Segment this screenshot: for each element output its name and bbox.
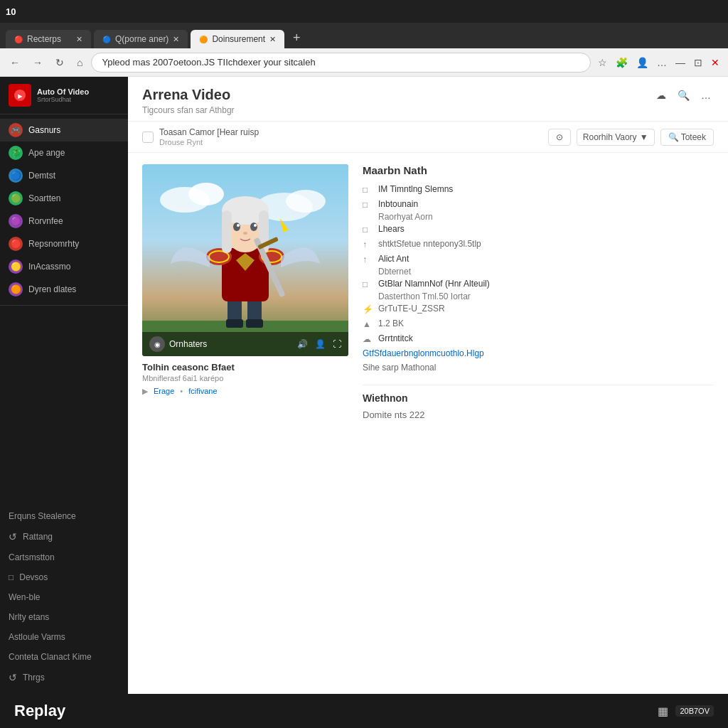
sidebar-item-demtst[interactable]: 🔵 Demtst: [0, 164, 128, 187]
video-overlay-controls: 🔊 👤 ⛶: [297, 339, 341, 349]
sidebar-icon-repsnomrhty: 🔴: [9, 237, 23, 251]
volume-icon[interactable]: 🔊: [297, 339, 308, 349]
sidebar-bottom-label-1: Rattang: [23, 532, 53, 542]
more-icon[interactable]: …: [698, 87, 714, 104]
new-tab-button[interactable]: +: [287, 28, 306, 48]
toolbar-sub-label: Drouse Rynt: [159, 138, 259, 146]
sidebar-bottom-erquns[interactable]: Erquns Stealence: [0, 506, 128, 526]
devsos-icon: □: [9, 572, 14, 582]
details-value-4: shtktSfetue nntepony3l.5tlp: [378, 239, 481, 249]
tab-recterps[interactable]: 🔴 Recterps ✕: [6, 30, 91, 48]
extensions-button[interactable]: 🧩: [613, 54, 631, 71]
details-icon-3: □: [363, 225, 374, 235]
details-value-12[interactable]: GtfSfdauerbnglonmcuothlo.Hlgp: [363, 348, 484, 358]
tab-label-0: Recterps: [27, 34, 61, 44]
tab-close-2[interactable]: ✕: [269, 35, 276, 44]
toolbar-icons: ☆ 🧩 👤 … — ⊡ ✕: [595, 54, 722, 71]
details-section2-title: Wiethnon: [363, 392, 714, 404]
back-button[interactable]: ←: [6, 54, 24, 71]
replay-time-badge: 20B7OV: [675, 705, 714, 717]
details-row-12: GtfSfdauerbnglonmcuothlo.Hlgp: [363, 346, 714, 360]
sidebar-item-apeange[interactable]: 🐉 Ape ange: [0, 141, 128, 164]
details-panel: Maarbn Nath □ IM Timntlng Slemns □ Inbto…: [363, 164, 714, 420]
fullscreen-icon[interactable]: ⛶: [333, 339, 341, 349]
details-label-11: Grrtntitck: [378, 333, 413, 343]
toolbar-dropdown[interactable]: Roorhih Vaory ▼: [577, 129, 655, 146]
forward-button[interactable]: →: [28, 54, 47, 71]
cloud-icon-2: ☁: [363, 334, 374, 344]
toolbar-search-label: Toteek: [681, 132, 706, 142]
close-button[interactable]: ✕: [708, 54, 722, 71]
sidebar-bottom-cartsmstton[interactable]: Cartsmstton: [0, 547, 128, 567]
toolbar-icon-btn-1[interactable]: ⊙: [548, 129, 571, 146]
toolbar-left: Toasan Camor [Hear ruisp Drouse Rynt: [142, 127, 542, 146]
video-tag-0[interactable]: Erage: [154, 387, 174, 396]
sidebar-bottom-label-6: Astloule Varms: [9, 632, 65, 642]
video-tag-1[interactable]: fcifivane: [188, 387, 217, 396]
details-value-9: GrTuTE-U_ZSSR: [378, 304, 445, 314]
video-thumbnail[interactable]: ◉ Ornhaters 🔊 👤 ⛶: [142, 164, 348, 356]
video-title: Tolhin ceasonc Bfaet: [142, 362, 348, 373]
minimize-button[interactable]: —: [673, 54, 688, 71]
sidebar-bottom-devsos[interactable]: □ Devsos: [0, 567, 128, 587]
video-user-info: ◉ Ornhaters: [149, 336, 207, 352]
sidebar-item-gasnurs[interactable]: 🎮 Gasnurs: [0, 119, 128, 141]
video-overlay-bar: ◉ Ornhaters 🔊 👤 ⛶: [142, 332, 348, 356]
user-icon[interactable]: 👤: [315, 339, 326, 349]
tab-doinsurement[interactable]: 🟠 Doinsurement ✕: [191, 30, 284, 48]
toolbar-checkbox[interactable]: [142, 132, 154, 143]
toolbar-search-btn[interactable]: 🔍 Toteek: [660, 129, 714, 146]
tab-label-2: Doinsurement: [212, 34, 265, 44]
refresh-button[interactable]: ↻: [51, 54, 68, 71]
sidebar-icon-apeange: 🐉: [9, 146, 23, 160]
browser-toolbar: ← → ↻ ⌂ ☆ 🧩 👤 … — ⊡ ✕: [0, 48, 728, 77]
sidebar-bottom-thrgs[interactable]: ↺ Thrgs: [0, 667, 128, 688]
sidebar-label-repsnomrhty: Repsnomrhty: [28, 239, 79, 249]
search-icon[interactable]: 🔍: [675, 87, 692, 104]
details-indent-2: Dasterthon Tml.50 Iortar: [363, 291, 714, 301]
bookmark-button[interactable]: ☆: [595, 54, 610, 71]
tab-qporne[interactable]: 🔵 Q(porne aner) ✕: [94, 30, 188, 48]
tab-close-0[interactable]: ✕: [76, 35, 82, 44]
profile-button[interactable]: 👤: [633, 54, 651, 71]
sidebar-bottom-nrltyetans[interactable]: Nrlty etans: [0, 607, 128, 627]
sidebar-icon-dyrendlates: 🟠: [9, 282, 23, 296]
details-icon-1: □: [363, 200, 374, 210]
replay-bar: Replay ▦ 20B7OV: [0, 694, 728, 728]
sidebar-bottom-conteta[interactable]: Conteta Clanact Kime: [0, 647, 128, 667]
replay-grid-icon[interactable]: ▦: [658, 705, 668, 718]
svg-point-24: [237, 224, 240, 227]
browser-titlebar: 10: [0, 0, 728, 23]
sidebar-bottom-wenble[interactable]: Wen-ble: [0, 587, 128, 607]
tag-separator: •: [180, 387, 183, 396]
titlebar-text: 10: [6, 6, 16, 17]
details-row-1: □ Inbtounain: [363, 197, 714, 212]
settings-button[interactable]: …: [654, 54, 670, 71]
sidebar-item-dyrendlates[interactable]: 🟠 Dyren dlates: [0, 278, 128, 301]
sidebar-bottom-astloulev[interactable]: Astloule Varms: [0, 627, 128, 647]
sidebar-bottom-label-8: Thrgs: [23, 673, 45, 682]
svg-point-25: [254, 224, 257, 227]
address-bar[interactable]: [91, 53, 591, 73]
home-button[interactable]: ⌂: [73, 54, 87, 71]
sidebar-bottom-label-5: Nrlty etans: [9, 612, 49, 622]
details-icon-4: ↑: [363, 240, 374, 250]
details-row-11: ☁ Grrtntitck: [363, 331, 714, 346]
sidebar-label-dyrendlates: Dyren dlates: [28, 284, 76, 294]
page-header: Arrena Video Tigcours sfan sar Athbgr ☁ …: [128, 77, 728, 122]
details-label-0: IM Timntlng Slemns: [378, 184, 453, 194]
details-indent-0: Raorhyat Aorn: [363, 212, 714, 222]
sidebar-item-repsnomrhty[interactable]: 🔴 Repsnomrhty: [0, 232, 128, 255]
toolbar-checkbox-label: Toasan Camor [Hear ruisp: [159, 127, 259, 137]
sidebar-bottom-rattang[interactable]: ↺ Rattang: [0, 526, 128, 547]
sidebar-item-rorvnfee[interactable]: 🟣 Rorvnfee: [0, 210, 128, 232]
tab-close-1[interactable]: ✕: [173, 35, 179, 44]
sidebar-item-soartten[interactable]: 🟢 Soartten: [0, 187, 128, 210]
details-row-13: Sihe sarp Mathonal: [363, 360, 714, 375]
browser-tabs: 🔴 Recterps ✕ 🔵 Q(porne aner) ✕ 🟠 Doinsur…: [0, 23, 728, 48]
sidebar-icon-inacassmo: 🟡: [9, 259, 23, 274]
cloud-icon[interactable]: ☁: [653, 87, 669, 104]
sidebar-item-inacassmo[interactable]: 🟡 InAcassmo: [0, 255, 128, 278]
sidebar-bottom-label-4: Wen-ble: [9, 592, 40, 602]
maximize-button[interactable]: ⊡: [691, 54, 705, 71]
